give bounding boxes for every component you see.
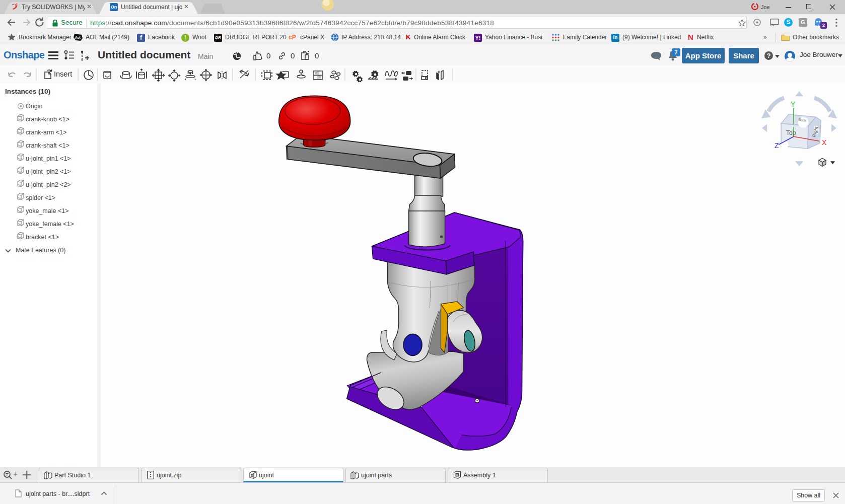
svg-text:Top: Top: [786, 129, 796, 136]
svg-text:Aol.: Aol.: [75, 36, 81, 39]
svg-text:Z: Z: [774, 141, 779, 150]
svg-text:X: X: [822, 138, 827, 147]
svg-text:Y: Y: [791, 100, 796, 108]
